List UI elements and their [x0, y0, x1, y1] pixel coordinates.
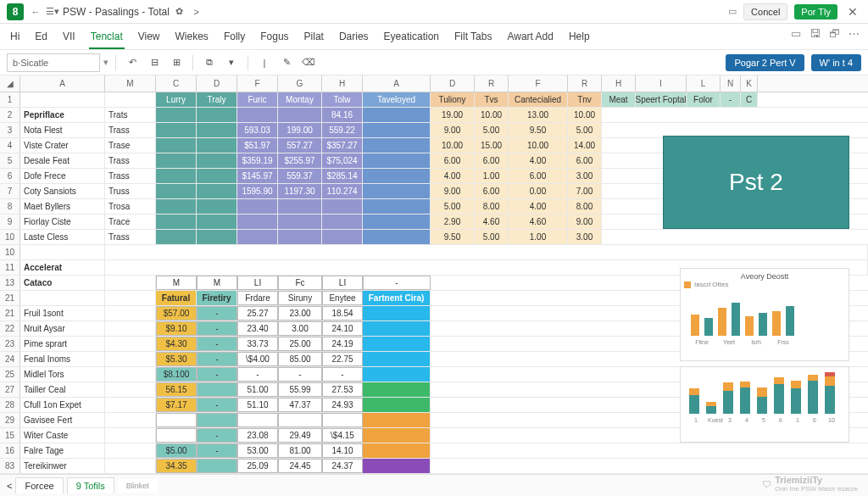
- cell[interactable]: 4.60: [475, 215, 509, 229]
- cell[interactable]: 51.10: [237, 398, 278, 412]
- menu-ed[interactable]: Ed: [33, 27, 49, 49]
- hdr-enytee[interactable]: Enytee: [322, 291, 363, 305]
- cell[interactable]: [197, 382, 237, 397]
- hdr-tvs[interactable]: Tvs: [475, 92, 509, 107]
- rowhead[interactable]: 3: [0, 123, 20, 137]
- cell[interactable]: 559.37: [278, 169, 322, 183]
- cell[interactable]: 0.00: [509, 184, 568, 198]
- separator-icon[interactable]: |: [255, 53, 274, 72]
- cell[interactable]: [363, 413, 431, 427]
- cell[interactable]: [105, 382, 156, 397]
- colhead-a[interactable]: A: [20, 75, 105, 92]
- menu-eyeatication[interactable]: Eyeatication: [382, 27, 441, 49]
- cell[interactable]: [105, 443, 156, 458]
- colhead-a2[interactable]: A: [363, 75, 431, 92]
- cell[interactable]: $357.27: [322, 138, 363, 153]
- cell[interactable]: $8.100: [156, 367, 197, 382]
- cell[interactable]: Trass: [105, 153, 156, 168]
- present-icon[interactable]: ▭: [728, 6, 737, 17]
- colhead-l[interactable]: L: [687, 75, 721, 92]
- cell[interactable]: Trosa: [105, 199, 156, 214]
- cell[interactable]: [363, 443, 431, 458]
- cell[interactable]: [105, 321, 156, 336]
- hdr-fartnent[interactable]: Fartnent Cira): [363, 291, 431, 305]
- cell[interactable]: [20, 245, 105, 259]
- cell[interactable]: 199.00: [278, 123, 322, 137]
- cell[interactable]: 24.10: [322, 321, 363, 336]
- cell[interactable]: Fruil 1sont: [20, 306, 105, 320]
- colhead-h[interactable]: H: [322, 75, 363, 92]
- menu-tenclat-active[interactable]: Tenclat: [89, 27, 125, 49]
- cell[interactable]: Trass: [105, 123, 156, 137]
- cell[interactable]: [197, 138, 237, 153]
- cell[interactable]: [363, 306, 431, 320]
- hdr-firetiry[interactable]: Firetiry: [197, 291, 237, 305]
- cell[interactable]: [20, 291, 105, 305]
- cell[interactable]: [156, 199, 197, 214]
- cell[interactable]: [20, 92, 105, 107]
- primary-button[interactable]: Por Tly: [794, 4, 837, 20]
- cell[interactable]: [156, 123, 197, 137]
- hdr-taveloyed[interactable]: Taveloyed: [363, 92, 431, 107]
- copy-icon[interactable]: ⧉: [200, 53, 219, 72]
- forward-icon[interactable]: >: [190, 7, 203, 17]
- cell[interactable]: [105, 459, 156, 473]
- cell[interactable]: Trass: [105, 169, 156, 183]
- cell[interactable]: [197, 169, 237, 183]
- colhead-n[interactable]: N: [721, 75, 741, 92]
- cell[interactable]: [105, 306, 156, 320]
- cell[interactable]: [156, 138, 197, 153]
- cell[interactable]: 22.75: [322, 352, 363, 366]
- cell[interactable]: 14.10: [322, 443, 363, 458]
- border-minus-icon[interactable]: ⊟: [145, 53, 164, 72]
- cell[interactable]: 24.37: [322, 459, 363, 473]
- hdr-furic[interactable]: Furic: [237, 92, 278, 107]
- cell[interactable]: $255.97: [278, 153, 322, 168]
- cell[interactable]: 34.35: [156, 459, 197, 473]
- layout-icon[interactable]: 🗗: [829, 27, 840, 49]
- tab-tofils-active[interactable]: 9 Tofils: [67, 477, 114, 493]
- cell[interactable]: 1.00: [475, 169, 509, 183]
- rowhead[interactable]: 15: [0, 428, 20, 443]
- cell[interactable]: Trase: [105, 138, 156, 153]
- menu-vii[interactable]: VII: [61, 27, 77, 49]
- cell[interactable]: [156, 413, 197, 427]
- dropdown2-icon[interactable]: ▾: [222, 53, 241, 72]
- tab-forcee[interactable]: Forcee: [15, 477, 63, 493]
- cell[interactable]: $145.97: [237, 169, 278, 183]
- cell[interactable]: [197, 215, 237, 229]
- hdr-dash[interactable]: -: [721, 92, 741, 107]
- cell[interactable]: [237, 215, 278, 229]
- cell[interactable]: -: [197, 321, 237, 336]
- cell[interactable]: 2.90: [431, 215, 475, 229]
- cell[interactable]: [278, 199, 322, 214]
- menu-pilat[interactable]: Pilat: [303, 27, 326, 49]
- cell[interactable]: [105, 367, 156, 382]
- cell[interactable]: $285.14: [322, 169, 363, 183]
- menu-fogus[interactable]: Fogus: [259, 27, 290, 49]
- hdr-lurry[interactable]: Lurry: [156, 92, 197, 107]
- border-plus-icon[interactable]: ⊞: [167, 53, 186, 72]
- cell[interactable]: [363, 199, 431, 214]
- cell[interactable]: -: [197, 306, 237, 320]
- cell[interactable]: -: [197, 428, 237, 443]
- cell[interactable]: [197, 153, 237, 168]
- tab-prev-icon[interactable]: <: [7, 481, 12, 491]
- rowhead[interactable]: 5: [0, 153, 20, 168]
- wint-button[interactable]: W' in t 4: [811, 54, 861, 71]
- colhead-f2[interactable]: F: [509, 75, 568, 92]
- cell[interactable]: -: [197, 443, 237, 458]
- cell[interactable]: [105, 245, 868, 259]
- cell[interactable]: 4.00: [431, 169, 475, 183]
- menu-folly[interactable]: Folly: [222, 27, 247, 49]
- colhead-d[interactable]: D: [197, 75, 237, 92]
- cell[interactable]: [105, 428, 156, 443]
- cell[interactable]: Nruit Aysar: [20, 321, 105, 336]
- hdr-meat[interactable]: Meat: [602, 92, 636, 107]
- hdr-folor[interactable]: Folor: [687, 92, 721, 107]
- cell[interactable]: 3.00: [568, 230, 602, 244]
- cell[interactable]: 23.08: [237, 428, 278, 443]
- cell[interactable]: -: [237, 367, 278, 382]
- cell[interactable]: 24.45: [278, 459, 322, 473]
- rowhead[interactable]: 16: [0, 443, 20, 458]
